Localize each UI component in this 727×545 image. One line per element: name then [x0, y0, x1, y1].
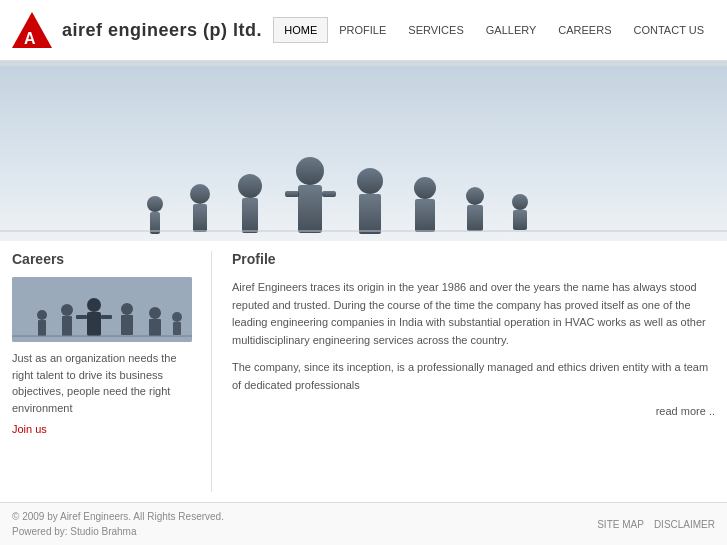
svg-point-33	[149, 307, 161, 319]
profile-section-title: Profile	[232, 251, 715, 269]
svg-rect-10	[298, 185, 322, 233]
header: A airef engineers (p) ltd. HOME PROFILE …	[0, 0, 727, 61]
nav-item-home[interactable]: HOME	[273, 17, 328, 43]
svg-rect-34	[149, 319, 161, 336]
nav-item-contact[interactable]: CONTACT US	[623, 17, 716, 43]
svg-rect-16	[415, 199, 435, 232]
svg-rect-14	[359, 194, 381, 234]
footer-links: SITE MAP DISCLAIMER	[597, 519, 715, 530]
read-more-link[interactable]: read more ..	[232, 405, 715, 417]
site-map-link[interactable]: SITE MAP	[597, 519, 644, 530]
svg-point-3	[147, 196, 163, 212]
profile-paragraph-1: Airef Engineers traces its origin in the…	[232, 279, 715, 349]
svg-rect-29	[76, 315, 87, 319]
company-name: airef engineers (p) ltd.	[62, 20, 262, 41]
svg-rect-30	[101, 315, 112, 319]
svg-rect-24	[38, 320, 46, 336]
footer-left: © 2009 by Airef Engineers. All Rights Re…	[12, 509, 224, 539]
careers-section-title: Careers	[12, 251, 197, 269]
profile-panel: Profile Airef Engineers traces its origi…	[228, 251, 715, 492]
copyright-text: © 2009 by Airef Engineers. All Rights Re…	[12, 509, 224, 524]
nav-item-careers[interactable]: CAREERS	[547, 17, 622, 43]
profile-paragraph-2: The company, since its inception, is a p…	[232, 359, 715, 394]
hero-banner	[0, 61, 727, 241]
join-us-link[interactable]: Join us	[12, 423, 47, 435]
logo-area: A airef engineers (p) ltd.	[10, 8, 262, 52]
svg-rect-26	[62, 316, 72, 336]
careers-silhouette-image	[12, 277, 192, 342]
svg-point-15	[414, 177, 436, 199]
nav-item-profile[interactable]: PROFILE	[328, 17, 397, 43]
careers-panel: Careers	[12, 251, 212, 492]
svg-point-35	[172, 312, 182, 322]
svg-point-31	[121, 303, 133, 315]
hero-silhouette	[0, 66, 727, 241]
svg-point-19	[512, 194, 528, 210]
svg-point-23	[37, 310, 47, 320]
main-content: Careers	[0, 241, 727, 502]
svg-rect-20	[513, 210, 527, 230]
svg-point-25	[61, 304, 73, 316]
svg-text:A: A	[24, 30, 36, 47]
svg-rect-11	[285, 191, 299, 197]
careers-image	[12, 277, 192, 342]
svg-rect-6	[193, 204, 207, 232]
main-nav: HOME PROFILE SERVICES GALLERY CAREERS CO…	[273, 17, 715, 43]
svg-rect-32	[121, 315, 133, 335]
svg-point-17	[466, 187, 484, 205]
powered-by-text: Powered by: Studio Brahma	[12, 524, 224, 539]
footer: © 2009 by Airef Engineers. All Rights Re…	[0, 502, 727, 545]
nav-item-services[interactable]: SERVICES	[397, 17, 474, 43]
disclaimer-link[interactable]: DISCLAIMER	[654, 519, 715, 530]
svg-rect-36	[173, 322, 181, 335]
svg-rect-28	[87, 312, 101, 336]
careers-description: Just as an organization needs the right …	[12, 350, 197, 416]
svg-point-5	[190, 184, 210, 204]
svg-point-27	[87, 298, 101, 312]
nav-item-gallery[interactable]: GALLERY	[475, 17, 548, 43]
svg-point-9	[296, 157, 324, 185]
svg-point-7	[238, 174, 262, 198]
logo-icon: A	[10, 8, 54, 52]
svg-rect-8	[242, 198, 258, 233]
svg-rect-12	[322, 191, 336, 197]
svg-rect-18	[467, 205, 483, 231]
svg-point-13	[357, 168, 383, 194]
